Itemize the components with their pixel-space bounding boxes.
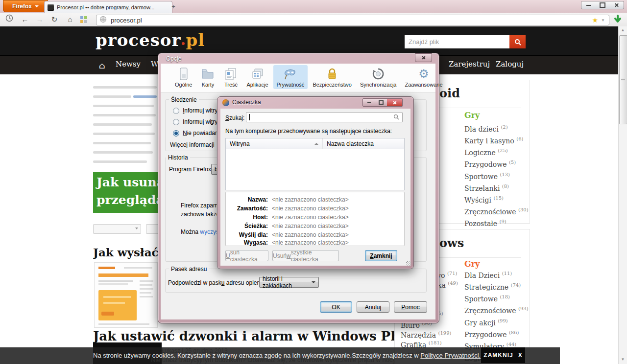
addressbar-legend: Pasek adresu [169,266,209,273]
back-button[interactable]: ← [20,14,30,25]
android-gry-title[interactable]: Gry [464,111,480,120]
tab-tresc[interactable]: Treść [220,65,241,89]
sidebar-item[interactable]: Strzelanki (8) [464,182,529,193]
site-logo[interactable]: procesorpl [96,30,205,50]
text-cursor [249,114,250,120]
logo-text: procesor [96,30,181,50]
sidebar-item[interactable]: Przygodowe (86) [464,328,529,340]
more-info-link[interactable]: Więcej informacji [170,141,215,148]
remove-cookie-button[interactable]: Usuń ciasteczka [225,250,268,261]
close-cookies-button[interactable]: Zamknij [365,250,397,261]
sidebar-item[interactable]: Przygodowe (5) [464,158,529,169]
advanced-gear-icon: ⚙ [416,67,431,81]
page-scrollbar[interactable]: ▲ ▼ [618,26,627,364]
sidebar-item[interactable]: Gry akcji (99) [464,316,529,328]
window-maximize-button[interactable] [595,1,610,9]
help-button[interactable]: Pomoc [394,301,427,313]
window-close-button[interactable] [609,1,624,9]
apps-grid-icon[interactable] [80,16,87,23]
remove-all-cookies-button[interactable]: Usuń wszystkie ciasteczka [272,250,339,261]
detail-value: <nie zaznaczono ciasteczka> [272,223,349,229]
url-input[interactable] [110,16,592,24]
cookie-notice-bar: Na stronie używamy cookies. Korzystanie … [0,347,560,364]
resize-grip[interactable] [406,261,411,266]
menu-item-login[interactable]: Zaloguj [496,60,524,68]
search-icon [393,113,399,122]
new-tab-button[interactable]: + [168,2,179,11]
tab-aplikacje[interactable]: Aplikacje [243,65,271,89]
tab-ogolne[interactable]: Ogólne [171,65,195,89]
sidebar-item[interactable]: Wyścigi (15) [464,193,529,205]
cookies-minimize-button[interactable] [362,98,376,107]
radio-icon [173,119,179,125]
scroll-down-icon[interactable]: ▼ [619,357,627,362]
tabs-folder-icon [200,67,215,81]
url-bar[interactable]: ★ ▼ [96,15,609,25]
tab-prywatnosc-selected[interactable]: Prywatność [273,65,308,89]
bookmark-star-icon[interactable]: ★ [592,16,599,24]
share-dropdown[interactable] [93,224,141,234]
url-dropdown-icon[interactable]: ▼ [601,18,605,23]
tab-synchronizacja[interactable]: Synchronizacja [357,65,400,89]
detail-label: Wygasa: [226,239,268,246]
site-search-button[interactable] [509,35,526,48]
cookie-close-button[interactable]: ZAMKNIJ X [481,347,525,363]
tab-zaawansowane[interactable]: ⚙ Zaawansowane [401,65,446,89]
android-category-list: Dla dzieci (2) Karty i kasyno (6) Logicz… [464,122,529,241]
sidebar-item[interactable]: Dla Dzieci (11) [464,269,529,280]
scroll-up-icon[interactable]: ▲ [619,28,627,32]
radio-informuj-witryny-2[interactable]: Informuj witryny [173,118,224,125]
cookie-search-input[interactable] [246,112,403,122]
history-clock-icon[interactable] [4,14,15,25]
chevron-down-icon [35,5,39,7]
cancel-button[interactable]: Anuluj [357,301,389,313]
cookies-table[interactable]: Witryna Nazwa ciasteczka [225,138,405,190]
cookies-dialog-title: Ciasteczka [232,99,261,106]
article-thumbnail[interactable] [94,262,158,328]
tab-bezpieczenstwo[interactable]: Bezpieczeństwo [309,65,355,89]
addressbar-suggestions-dropdown[interactable]: historii i zakładkach [259,277,319,288]
menu-home-icon[interactable]: ⌂ [99,61,105,70]
ok-button[interactable]: OK [320,301,352,313]
window-minimize-button[interactable] [581,1,596,9]
site-identity-globe-icon[interactable] [99,16,107,25]
menu-item-newsy[interactable]: Newsy [116,60,141,68]
reload-button[interactable]: ↻ [49,14,60,25]
sidebar-item[interactable]: Zręcznościowe (30) [464,205,529,217]
cookie-notice-text: Na stronie używamy cookies. Korzystanie … [93,352,481,359]
close-icon [422,56,426,60]
general-switch-icon [176,67,191,81]
sidebar-item[interactable]: Pozostałe (9) [464,217,529,228]
radio-informuj-witryny-1[interactable]: Informuj witryny [173,107,224,114]
privacy-policy-link[interactable]: Polityce Prywatności. [420,352,481,359]
addressbar-label: Podpowiedzi w pasku adresu opieraj na: [168,279,273,286]
site-search-input[interactable] [405,35,509,48]
article-headline-1[interactable]: Jak wysłać du [93,246,158,259]
sidebar-item[interactable]: Dla dzieci (2) [464,122,529,134]
home-button[interactable]: ⌂ [65,14,75,25]
sidebar-item[interactable]: Karty i kasyno (6) [464,134,529,146]
search-label: Szukaj: [225,114,244,121]
sidebar-item[interactable]: Zręcznościowe (93) [464,304,529,316]
sidebar-item[interactable]: Sportowe (13) [464,170,529,182]
sidebar-item[interactable]: Logiczne (25) [464,146,529,158]
menu-item-register[interactable]: Zarejestruj [449,60,490,68]
download-button[interactable] [612,14,624,25]
windows-gry-title[interactable]: Gry [464,259,480,269]
cookies-maximize-button[interactable] [375,98,387,107]
article-headline-2[interactable]: Jak ustawić dzwonki i alarm w Windows Ph… [93,329,436,343]
sidebar-item[interactable]: Strategiczne (74) [464,280,529,292]
promo-banner[interactable]: Jak usuną przeglądą [93,172,158,213]
cookies-dialog: Ciasteczka Szukaj: Na tym komputerze prz… [217,96,414,269]
scrollbar-thumb[interactable] [619,35,627,124]
column-nazwa-ciasteczka[interactable]: Nazwa ciasteczka [323,138,404,149]
options-close-button[interactable] [415,53,432,62]
applications-icon [250,67,265,81]
forward-button[interactable]: → [34,14,45,25]
column-witryna[interactable]: Witryna [226,138,323,149]
sidebar-item[interactable]: Sportowe (18) [464,292,529,304]
tab-karty[interactable]: Karty [197,65,218,89]
firefox-menu-button[interactable]: Firefox [3,0,48,12]
browser-tab[interactable]: Procesor.pl •• dobre programy, darmow... [44,1,172,13]
cookies-close-button[interactable] [387,98,403,107]
